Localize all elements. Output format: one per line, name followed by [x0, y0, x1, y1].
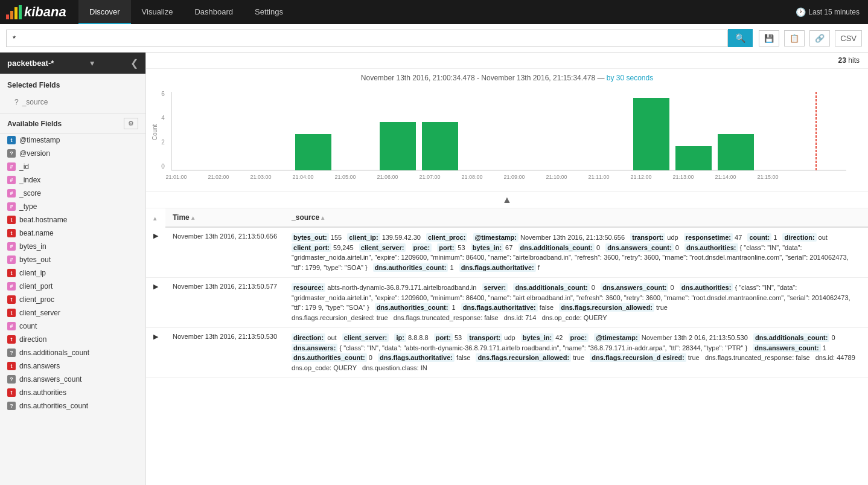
field-type-hash: # [7, 202, 16, 211]
field-item-version[interactable]: ? @version [0, 147, 145, 160]
field-type-t: t [7, 335, 16, 344]
source-key: count: [747, 233, 771, 242]
available-fields-header: Available Fields ⚙ [0, 114, 145, 133]
source-key: @timestamp: [473, 233, 519, 242]
field-type-hash: # [7, 176, 16, 184]
field-type-hash: # [7, 255, 16, 264]
field-item-beat-hostname[interactable]: t beat.hostname [0, 213, 145, 226]
nav-settings[interactable]: Settings [244, 0, 294, 24]
chart-container: 6 4 2 0 [146, 87, 868, 191]
field-name: _id [19, 162, 29, 171]
field-name: dns.additionals_count [19, 348, 89, 357]
nav-visualize[interactable]: Visualize [131, 0, 184, 24]
field-item-bytes-in[interactable]: # bytes_in [0, 240, 145, 253]
col-source[interactable]: _source [284, 208, 868, 227]
field-item-dns-answers[interactable]: t dns.answers [0, 359, 145, 373]
field-item-client-ip[interactable]: t client_ip [0, 266, 145, 280]
svg-text:0: 0 [161, 163, 165, 170]
svg-text:21:04:00: 21:04:00 [292, 174, 313, 180]
field-item-index[interactable]: # _index [0, 173, 145, 187]
field-item-dns-authorities-count[interactable]: ? dns.authorities_count [0, 399, 145, 413]
index-pattern-label: packetbeat-* [7, 59, 54, 68]
field-item-dns-authorities[interactable]: t dns.authorities [0, 386, 145, 399]
time-filter[interactable]: 🕐 Last 15 minutes [796, 7, 868, 17]
field-item-timestamp[interactable]: t @timestamp [0, 133, 145, 147]
svg-text:21:02:00: 21:02:00 [208, 174, 229, 180]
search-actions: 💾 📋 🔗 CSV [759, 30, 862, 47]
source-cell: direction: out client_server: ip: 8.8.8.… [284, 328, 868, 378]
source-key: bytes_out: [292, 233, 329, 242]
field-name: _score [19, 189, 41, 198]
field-item-id[interactable]: # _id [0, 160, 145, 173]
field-item-direction[interactable]: t direction [0, 333, 145, 346]
svg-text:21:09:00: 21:09:00 [503, 174, 525, 180]
nav-discover[interactable]: Discover [78, 0, 131, 24]
field-name: client_proc [19, 295, 54, 304]
field-type-q: ? [7, 348, 16, 357]
bar-2106 [380, 122, 416, 170]
field-item-dns-answers-count[interactable]: ? dns.answers_count [0, 373, 145, 386]
source-field-badge: ? [14, 98, 19, 106]
hits-bar: 23 hits [146, 53, 868, 69]
source-key: client_proc: [426, 233, 467, 242]
svg-text:Count: Count [152, 124, 158, 140]
field-item-dns-additionals[interactable]: ? dns.additionals_count [0, 346, 145, 359]
row-expand-button[interactable]: ▶ [146, 227, 165, 278]
source-field-label: _source [22, 98, 48, 106]
field-name: @timestamp [19, 136, 60, 144]
chart-collapse-button[interactable]: ▲ [146, 191, 868, 208]
field-item-count[interactable]: # count [0, 320, 145, 333]
time-interval-link[interactable]: by 30 seconds [607, 74, 653, 82]
svg-text:21:10:00: 21:10:00 [546, 174, 567, 180]
histogram-chart: 6 4 2 0 [152, 87, 852, 184]
svg-text:6: 6 [161, 91, 165, 97]
source-key: dns.additionals_count: [753, 333, 829, 342]
field-name: dns.answers [19, 362, 60, 370]
search-bar: 🔍 💾 📋 🔗 CSV [0, 24, 868, 53]
source-key: client_server: [342, 333, 389, 342]
nav-dashboard[interactable]: Dashboard [183, 0, 244, 24]
field-name: dns.answers_count [19, 375, 81, 384]
field-type-t: t [7, 269, 16, 277]
source-key: dns.authorities_count: [375, 303, 450, 312]
fields-settings-button[interactable]: ⚙ [124, 118, 138, 129]
load-search-button[interactable]: 📋 [784, 30, 805, 47]
field-name: client_port [19, 282, 53, 291]
field-item-client-port[interactable]: # client_port [0, 280, 145, 293]
field-type-q: ? [7, 149, 16, 158]
hits-label: hits [848, 56, 860, 65]
field-type-hash: # [7, 242, 16, 251]
field-item-client-proc[interactable]: t client_proc [0, 293, 145, 306]
source-key: dns.answers_count: [601, 283, 668, 292]
svg-text:@timestamp per 30 seconds: @timestamp per 30 seconds [470, 183, 546, 184]
time-range-text: November 13th 2016, 21:00:34.478 - Novem… [361, 74, 607, 82]
field-item-beat-name[interactable]: t beat.name [0, 226, 145, 240]
source-key: transport: [630, 233, 665, 242]
sidebar-collapse-button[interactable]: ❮ [130, 57, 138, 69]
svg-text:21:05:00: 21:05:00 [334, 174, 356, 180]
field-item-client-server[interactable]: t client_server [0, 306, 145, 320]
field-item-bytes-out[interactable]: # bytes_out [0, 253, 145, 266]
search-button[interactable]: 🔍 [728, 29, 753, 47]
source-field-item[interactable]: ? _source [7, 95, 138, 109]
field-type-hash: # [7, 282, 16, 291]
source-key: dns.authorities_count: [373, 263, 448, 272]
source-key: dns.flags.recursion_allowed: [476, 353, 571, 362]
svg-text:21:11:00: 21:11:00 [588, 174, 609, 180]
field-item-type[interactable]: # _type [0, 200, 145, 213]
sidebar: packetbeat-* ▼ ❮ Selected Fields ? _sour… [0, 53, 146, 485]
time-cell: November 13th 2016, 21:13:50.577 [165, 278, 284, 328]
svg-text:2: 2 [161, 139, 165, 146]
save-search-button[interactable]: 💾 [759, 30, 779, 47]
field-item-score[interactable]: # _score [0, 187, 145, 200]
index-dropdown-icon[interactable]: ▼ [89, 59, 96, 68]
search-input[interactable] [6, 30, 728, 47]
row-expand-button[interactable]: ▶ [146, 328, 165, 378]
share-button[interactable]: 🔗 [809, 30, 830, 47]
field-name: bytes_in [19, 242, 46, 251]
col-time[interactable]: Time [165, 208, 284, 227]
index-pattern-header: packetbeat-* ▼ ❮ [0, 53, 145, 74]
row-expand-button[interactable]: ▶ [146, 278, 165, 328]
source-key: bytes_in: [521, 333, 554, 342]
export-csv-button[interactable]: CSV [835, 30, 862, 47]
